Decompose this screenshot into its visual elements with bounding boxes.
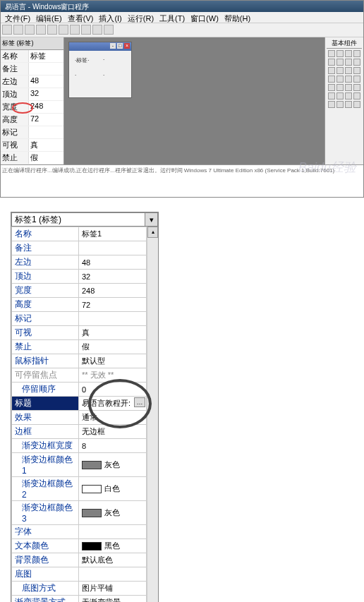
left-prop-row[interactable]: 高度72 — [1, 114, 63, 126]
design-handle[interactable]: · — [103, 72, 104, 78]
ide-menubar[interactable]: 文件(F)编辑(E)查看(V)插入(I)运行(R)工具(T)窗口(W)帮助(H) — [1, 12, 363, 23]
tool-item[interactable] — [345, 92, 352, 100]
tool-item[interactable] — [336, 59, 344, 66]
minimize-icon[interactable]: - — [110, 43, 116, 49]
property-row[interactable]: 顶边32 — [12, 270, 147, 284]
left-prop-row[interactable]: 备注 — [1, 63, 63, 76]
property-value: 易语言教程开: — [82, 399, 131, 407]
ide-toolbox[interactable]: 基本组件 — [324, 37, 363, 164]
tool-item[interactable] — [336, 67, 344, 74]
property-row[interactable]: 宽度248 — [12, 284, 147, 298]
form-designer[interactable]: - □ × ·标签· · · · — [68, 42, 132, 98]
tool-item[interactable] — [353, 101, 360, 108]
property-value: 0 — [82, 385, 86, 394]
property-row[interactable]: 背景颜色默认底色 — [12, 553, 147, 567]
tool-item[interactable] — [336, 101, 344, 108]
tool-item[interactable] — [353, 59, 360, 66]
color-chip — [82, 542, 102, 550]
tool-item[interactable] — [328, 76, 335, 83]
left-prop-row[interactable]: 标记 — [1, 126, 63, 139]
property-row[interactable]: 文本颜色黑色 — [12, 539, 147, 553]
tool-item[interactable] — [328, 101, 335, 108]
tool-item[interactable] — [328, 84, 335, 91]
design-label[interactable]: ·标签· — [75, 56, 89, 64]
property-value: 默认型 — [82, 356, 105, 365]
object-selector-input[interactable] — [12, 213, 145, 226]
property-value: 32 — [82, 272, 90, 281]
property-row[interactable]: 渐变背景方式无渐变背景 — [12, 596, 147, 603]
property-row[interactable]: 备注 — [12, 241, 147, 255]
property-grid[interactable]: 名称标签1备注左边48顶边32宽度248高度72标记可视真禁止假鼠标指针默认型可… — [11, 227, 147, 602]
tool-item[interactable] — [345, 50, 352, 57]
tool-item[interactable] — [345, 67, 352, 74]
tool-item[interactable] — [345, 84, 352, 91]
tool-item[interactable] — [345, 59, 352, 66]
ide-left-panel: 标签 (标签) 名称标签备注左边48顶边32宽度248高度72标记可视真禁止假标… — [1, 37, 64, 164]
property-row[interactable]: 渐变边框宽度8 — [12, 439, 147, 453]
property-row[interactable]: 效果通常 — [12, 411, 147, 425]
property-row[interactable]: 名称标签1 — [12, 227, 147, 241]
property-row[interactable]: 左边48 — [12, 255, 147, 270]
property-row[interactable]: 高度72 — [12, 298, 147, 312]
property-row[interactable]: 渐变边框颜色2白色 — [12, 477, 147, 501]
menu-item[interactable]: 文件(F) — [5, 13, 30, 21]
property-row[interactable]: 渐变边框颜色1灰色 — [12, 453, 147, 477]
tool-item[interactable] — [336, 92, 344, 100]
property-value: 标签1 — [82, 229, 102, 238]
property-row[interactable]: 停留顺序0 — [12, 383, 147, 397]
left-prop-row[interactable]: 名称标签 — [1, 50, 63, 63]
left-prop-row[interactable]: 顶边32 — [1, 88, 63, 101]
tool-item[interactable] — [353, 67, 360, 74]
property-row[interactable]: 字体 — [12, 525, 147, 539]
tool-item[interactable] — [328, 59, 335, 66]
toolbox-title: 基本组件 — [327, 39, 362, 49]
property-row[interactable]: 可停留焦点** 无效 ** — [12, 368, 147, 383]
ellipsis-button[interactable]: … — [134, 397, 145, 407]
property-row[interactable]: 鼠标指针默认型 — [12, 354, 147, 368]
menu-item[interactable]: 帮助(H) — [224, 13, 250, 21]
menu-item[interactable]: 查看(V) — [68, 13, 94, 21]
left-prop-row[interactable]: 禁止假 — [1, 152, 63, 164]
tool-item[interactable] — [336, 76, 344, 83]
property-row[interactable]: 禁止假 — [12, 340, 147, 354]
scroll-up-button[interactable]: ▴ — [147, 227, 158, 238]
menu-item[interactable]: 工具(T) — [159, 13, 185, 21]
property-row[interactable]: 底图方式图片平铺 — [12, 582, 147, 596]
maximize-icon[interactable]: □ — [117, 43, 123, 49]
scrollbar[interactable]: ▴ ▾ — [147, 227, 158, 602]
tool-item[interactable] — [328, 67, 335, 74]
property-value: 图片平铺 — [82, 584, 113, 592]
menu-item[interactable]: 运行(R) — [128, 13, 154, 21]
property-row[interactable]: 边框无边框 — [12, 425, 147, 439]
tool-item[interactable] — [336, 50, 344, 57]
object-selector[interactable]: ▾ — [11, 212, 158, 227]
tool-item[interactable] — [345, 101, 352, 108]
left-prop-row[interactable]: 左边48 — [1, 76, 63, 88]
ide-design-surface[interactable]: - □ × ·标签· · · · — [64, 37, 324, 164]
property-value: 灰色 — [104, 508, 120, 517]
property-row[interactable]: 底图 — [12, 567, 147, 582]
tool-item[interactable] — [328, 92, 335, 100]
ide-toolbar[interactable] — [1, 23, 363, 37]
tool-item[interactable] — [353, 84, 360, 91]
tool-item[interactable] — [336, 84, 344, 91]
design-handle[interactable]: · — [103, 56, 104, 63]
property-row[interactable]: 标记 — [12, 312, 147, 326]
tool-item[interactable] — [353, 76, 360, 83]
dropdown-button[interactable]: ▾ — [145, 213, 157, 226]
tool-item[interactable] — [353, 92, 360, 100]
tool-item[interactable] — [345, 76, 352, 83]
menu-item[interactable]: 窗口(W) — [190, 13, 219, 21]
menu-item[interactable]: 编辑(E) — [36, 13, 62, 21]
tool-item[interactable] — [328, 50, 335, 57]
tool-item[interactable] — [353, 50, 360, 57]
ide-titlebar: 易语言 - Windows窗口程序 — [1, 1, 363, 12]
property-row[interactable]: 渐变边框颜色3灰色 — [12, 501, 147, 525]
design-handle[interactable]: · — [75, 72, 76, 78]
left-prop-row[interactable]: 可视真 — [1, 139, 63, 152]
property-row[interactable]: 可视真 — [12, 326, 147, 340]
property-row[interactable]: 标题易语言教程开:… — [12, 397, 147, 411]
property-panel: ▾ 名称标签1备注左边48顶边32宽度248高度72标记可视真禁止假鼠标指针默认… — [11, 212, 159, 602]
menu-item[interactable]: 插入(I) — [99, 13, 121, 21]
close-icon[interactable]: × — [124, 43, 130, 49]
